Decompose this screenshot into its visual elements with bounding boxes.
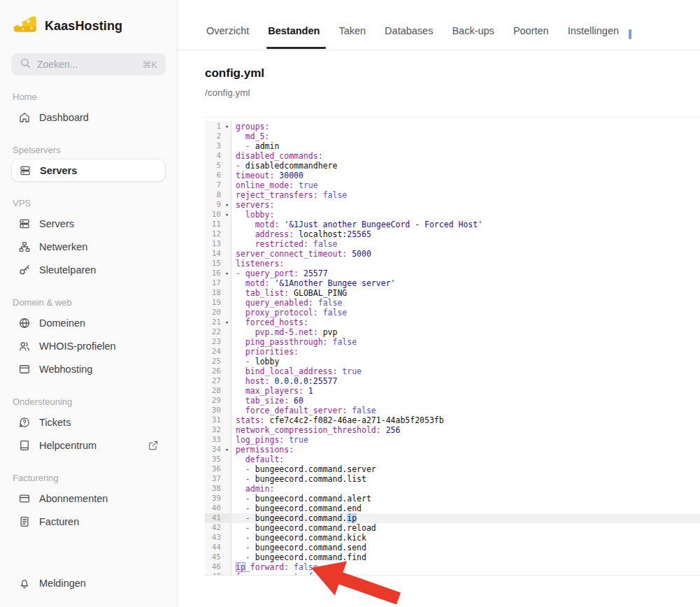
code-line[interactable]: 30 force_default_server: false bbox=[205, 406, 700, 415]
code-text: forced_hosts: bbox=[231, 317, 700, 327]
tab-poorten[interactable]: Poorten bbox=[513, 25, 549, 36]
code-line[interactable]: 44 - bungeecord.command.send bbox=[205, 543, 700, 552]
code-line[interactable]: 26 bind_local_address: true bbox=[205, 366, 700, 376]
code-line[interactable]: 4disabled_commands: bbox=[205, 151, 700, 161]
sidebar-item-label: Domeinen bbox=[39, 317, 85, 329]
code-text: - bungeecord.command.find bbox=[231, 552, 700, 562]
code-text: server_connect_timeout: 5000 bbox=[231, 249, 700, 259]
bell-icon bbox=[18, 577, 31, 590]
sidebar-item-whois-profielen[interactable]: WHOIS-profielen bbox=[11, 334, 166, 357]
search-input[interactable]: Zoeken... ⌘K bbox=[11, 53, 166, 76]
code-line[interactable]: 6timeout: 30000 bbox=[205, 171, 700, 180]
code-line[interactable]: 23 ping_passthrough: false bbox=[205, 337, 700, 347]
code-line[interactable]: 18 tab_list: GLOBAL_PING bbox=[205, 288, 700, 298]
sidebar-item-tickets[interactable]: Tickets bbox=[11, 410, 166, 434]
code-line[interactable]: 9▾servers: bbox=[205, 200, 700, 210]
line-number: 22 bbox=[205, 327, 231, 337]
code-line[interactable]: 33log_pings: true bbox=[205, 435, 700, 445]
code-line[interactable]: 42 - bungeecord.command.reload bbox=[205, 523, 700, 533]
tab-bestanden[interactable]: Bestanden bbox=[268, 25, 320, 36]
sidebar-item-label: Meldingen bbox=[39, 578, 86, 589]
sidebar-item-facturen[interactable]: Facturen bbox=[11, 510, 166, 533]
code-text: log_pings: true bbox=[231, 435, 700, 445]
sidebar-item-dashboard[interactable]: Dashboard bbox=[11, 106, 166, 129]
line-number: 40 bbox=[205, 504, 231, 513]
section-label-spelservers: Spelservers bbox=[13, 145, 164, 155]
sidebar-item-label: Servers bbox=[40, 165, 77, 176]
tab-instellingen[interactable]: Instellingen bbox=[568, 25, 619, 36]
code-text: query_enabled: false bbox=[231, 298, 700, 308]
fold-arrow-icon[interactable]: ▾ bbox=[222, 122, 231, 131]
code-line[interactable]: 39 - bungeecord.command.alert bbox=[205, 494, 700, 504]
code-line[interactable]: 25 - lobby bbox=[205, 357, 700, 366]
tab-databases[interactable]: Databases bbox=[385, 25, 433, 36]
code-line[interactable]: 10▾ lobby: bbox=[205, 210, 700, 220]
code-area: 1▾groups:2 md_5:3 - admin4disabled_comma… bbox=[205, 121, 700, 576]
code-line[interactable]: 2 md_5: bbox=[205, 131, 700, 141]
globe-icon bbox=[18, 317, 31, 329]
sidebar-item-webhosting[interactable]: Webhosting bbox=[11, 357, 166, 380]
sidebar-item-servers[interactable]: Servers bbox=[11, 159, 166, 182]
code-text: permissions: bbox=[231, 445, 700, 455]
code-line[interactable]: 34▾permissions: bbox=[205, 445, 700, 455]
code-line[interactable]: 16▾- query_port: 25577 bbox=[205, 269, 700, 278]
line-number: 38 bbox=[205, 484, 231, 494]
code-line[interactable]: 8reject_transfers: false bbox=[205, 190, 700, 200]
invoice-icon bbox=[18, 515, 31, 528]
tab-back-ups[interactable]: Back-ups bbox=[452, 25, 494, 36]
code-line[interactable]: 43 - bungeecord.command.kick bbox=[205, 533, 700, 543]
code-line[interactable]: 24 priorities: bbox=[205, 347, 700, 357]
code-line[interactable]: 36 - bungeecord.command.server bbox=[205, 464, 700, 474]
code-line[interactable]: 1▾groups: bbox=[205, 122, 700, 131]
file-path: /config.yml bbox=[205, 87, 700, 98]
fold-arrow-icon[interactable]: ▾ bbox=[222, 269, 231, 278]
code-line[interactable]: 35 default: bbox=[205, 455, 700, 464]
line-number: 24 bbox=[205, 347, 231, 357]
code-line[interactable]: 41 - bungeecord.command.ip bbox=[205, 513, 700, 523]
sidebar-item-sleutelparen[interactable]: Sleutelparen bbox=[11, 258, 166, 281]
code-line[interactable]: 38 admin: bbox=[205, 484, 700, 494]
code-line[interactable]: 7online_mode: true bbox=[205, 180, 700, 190]
code-line[interactable]: 12 address: localhost:25565 bbox=[205, 229, 700, 239]
line-number: 33 bbox=[205, 435, 231, 445]
code-line[interactable]: 22 pvp.md-5.net: pvp bbox=[205, 327, 700, 337]
fold-arrow-icon[interactable]: ▾ bbox=[222, 200, 231, 210]
code-line[interactable]: 28 max_players: 1 bbox=[205, 386, 700, 396]
code-line[interactable]: 21▾ forced_hosts: bbox=[205, 317, 700, 327]
sidebar-item-helpcentrum[interactable]: Helpcentrum bbox=[11, 434, 166, 457]
code-line[interactable]: 31stats: cfe7c4c2-f082-46ae-a271-44ab5f2… bbox=[205, 415, 700, 425]
code-line[interactable]: 14server_connect_timeout: 5000 bbox=[205, 249, 700, 259]
code-text: online_mode: true bbox=[231, 180, 700, 190]
fold-arrow-icon[interactable]: ▾ bbox=[222, 210, 231, 220]
line-number: 12 bbox=[205, 229, 231, 239]
code-line[interactable]: 40 - bungeecord.command.end bbox=[205, 504, 700, 513]
header-divider bbox=[205, 117, 700, 117]
code-line[interactable]: 17 motd: '&1Another Bungee server' bbox=[205, 278, 700, 288]
code-line[interactable]: 47forge_support: false bbox=[205, 572, 700, 576]
users-icon bbox=[18, 340, 31, 352]
code-line[interactable]: 19 query_enabled: false bbox=[205, 298, 700, 308]
code-line[interactable]: 5- disabledcommandhere bbox=[205, 161, 700, 171]
code-line[interactable]: 37 - bungeecord.command.list bbox=[205, 474, 700, 484]
code-line[interactable]: 46ip_forward: false bbox=[205, 562, 700, 572]
code-line[interactable]: 15listeners: bbox=[205, 259, 700, 269]
code-line[interactable]: 32network_compression_threshold: 256 bbox=[205, 425, 700, 435]
code-line[interactable]: 29 tab_size: 60 bbox=[205, 396, 700, 406]
code-line[interactable]: 20 proxy_protocol: false bbox=[205, 308, 700, 317]
code-line[interactable]: 11 motd: '&1Just another BungeeCord - Fo… bbox=[205, 220, 700, 229]
sidebar-item-netwerken[interactable]: Netwerken bbox=[11, 235, 166, 258]
sidebar-item-domeinen[interactable]: Domeinen bbox=[11, 311, 166, 334]
tab-overzicht[interactable]: Overzicht bbox=[206, 25, 249, 36]
code-editor[interactable]: 1▾groups:2 md_5:3 - admin4disabled_comma… bbox=[205, 121, 700, 576]
sidebar-item-meldingen[interactable]: Meldingen bbox=[11, 571, 166, 594]
code-line[interactable]: 3 - admin bbox=[205, 141, 700, 151]
sidebar-item-abonnementen[interactable]: Abonnementen bbox=[11, 487, 166, 510]
code-line[interactable]: 13 restricted: false bbox=[205, 239, 700, 249]
fold-arrow-icon[interactable]: ▾ bbox=[222, 317, 231, 327]
code-line[interactable]: 27 host: 0.0.0.0:25577 bbox=[205, 376, 700, 386]
fold-arrow-icon[interactable]: ▾ bbox=[222, 445, 231, 455]
external-link-icon bbox=[148, 440, 159, 451]
sidebar-item-servers[interactable]: Servers bbox=[11, 212, 166, 235]
code-line[interactable]: 45 - bungeecord.command.find bbox=[205, 552, 700, 562]
tab-taken[interactable]: Taken bbox=[338, 25, 366, 36]
